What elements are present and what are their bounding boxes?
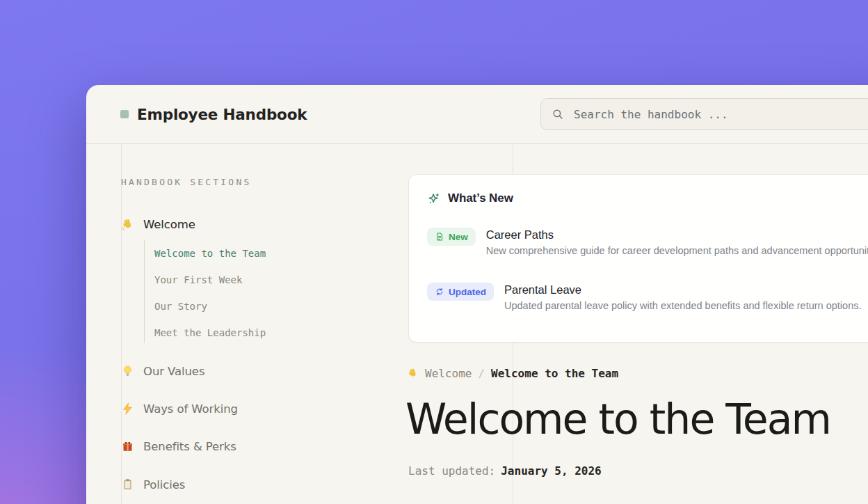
whats-new-title: What’s New xyxy=(448,191,513,205)
search-box[interactable] xyxy=(540,98,868,130)
updated-badge: Updated xyxy=(427,283,494,301)
sparkles-icon xyxy=(427,192,440,205)
sidebar-subitem-meet-the-leadership[interactable]: Meet the Leadership xyxy=(154,327,266,338)
sidebar-item-label: Benefits & Perks xyxy=(143,440,236,453)
sidebar-item-label: Our Values xyxy=(143,365,204,378)
whats-new-entry[interactable]: Updated Parental Leave Updated parental … xyxy=(427,283,868,313)
sidebar-item-benefits-perks[interactable]: Benefits & Perks xyxy=(121,440,236,453)
sidebar-subitem-welcome-to-the-team[interactable]: Welcome to the Team xyxy=(154,248,266,259)
search-input[interactable] xyxy=(572,107,864,122)
entry-description: Updated parental leave policy with exten… xyxy=(504,299,861,313)
sidebar-item-label: Ways of Working xyxy=(143,402,238,416)
sidebar-item-our-values[interactable]: Our Values xyxy=(121,365,204,378)
search-icon xyxy=(551,108,564,121)
gift-icon xyxy=(121,440,134,453)
badge-label: Updated xyxy=(449,287,486,297)
entry-title[interactable]: Parental Leave xyxy=(504,283,861,297)
lightbulb-icon xyxy=(121,365,134,378)
breadcrumb-current: Welcome to the Team xyxy=(491,367,618,380)
sidebar-item-label: Welcome xyxy=(143,218,195,231)
lightning-icon xyxy=(121,402,134,416)
wave-icon xyxy=(407,368,419,379)
whats-new-header: What’s New xyxy=(427,191,868,205)
sidebar-section-label: HANDBOOK SECTIONS xyxy=(121,177,251,187)
page-title: Welcome to the Team xyxy=(405,398,830,440)
new-badge: New xyxy=(427,228,476,246)
clipboard-icon xyxy=(121,478,134,491)
breadcrumb-section[interactable]: Welcome xyxy=(425,367,472,380)
whats-new-entry[interactable]: New Career Paths New comprehensive guide… xyxy=(427,228,868,258)
last-updated: Last updated:January 5, 2026 xyxy=(408,464,602,478)
document-icon xyxy=(435,232,444,242)
breadcrumb: Welcome / Welcome to the Team xyxy=(407,367,618,380)
sidebar-item-ways-of-working[interactable]: Ways of Working xyxy=(121,402,238,416)
sidebar-item-label: Policies xyxy=(143,478,185,491)
whats-new-card: What’s New New Career Paths New comprehe… xyxy=(408,174,868,342)
sidebar-item-welcome[interactable]: Welcome xyxy=(121,218,195,231)
refresh-icon xyxy=(435,287,444,297)
sidebar-item-policies[interactable]: Policies xyxy=(121,478,185,491)
last-updated-label: Last updated: xyxy=(408,464,495,478)
app-logo-icon xyxy=(120,110,129,118)
sidebar-subsection-rule xyxy=(144,240,145,343)
entry-description: New comprehensive guide for career devel… xyxy=(486,244,868,258)
breadcrumb-separator: / xyxy=(478,367,485,380)
badge-label: New xyxy=(449,232,468,242)
app-header: Employee Handbook xyxy=(86,85,868,144)
last-updated-value: January 5, 2026 xyxy=(501,464,602,478)
sidebar-subitem-our-story[interactable]: Our Story xyxy=(154,301,207,312)
sidebar-subitem-your-first-week[interactable]: Your First Week xyxy=(154,274,242,285)
entry-title[interactable]: Career Paths xyxy=(486,228,868,242)
app-title: Employee Handbook xyxy=(137,106,307,123)
wave-icon xyxy=(121,218,134,231)
handbook-window: Employee Handbook HANDBOOK SECTIONS xyxy=(86,85,868,504)
